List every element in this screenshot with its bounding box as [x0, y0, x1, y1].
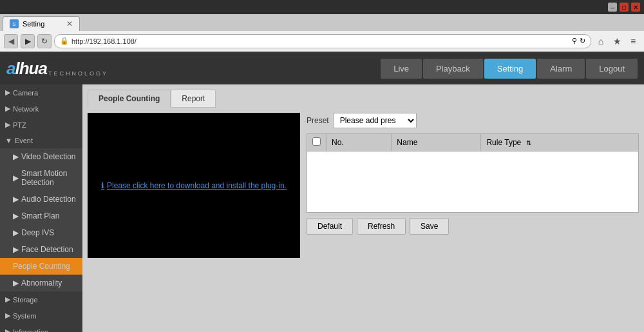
plugin-message-text: Please click here to download and instal… [107, 181, 287, 190]
sidebar: ▶ Camera ▶ Network ▶ PTZ ▼ Event ▶ Video… [0, 84, 82, 332]
sidebar-item-information[interactable]: ▶ Information [0, 324, 82, 332]
sidebar-item-label: People Counting [13, 262, 70, 271]
sidebar-item-video-detection[interactable]: ▶ Video Detection [0, 148, 82, 165]
tab-setting[interactable]: Setting [484, 59, 536, 79]
arrow-icon: ▶ [13, 278, 19, 288]
toolbar-right: ⌂ ★ ≡ [594, 34, 640, 48]
title-bar: – □ ✕ [0, 0, 644, 14]
sidebar-item-label: Smart Plan [21, 211, 59, 220]
sidebar-item-label: Deep IVS [21, 228, 54, 237]
sidebar-item-label: Network [13, 105, 39, 113]
sidebar-item-abnormality[interactable]: ▶ Abnormality [0, 275, 82, 291]
url-security-icon: 🔒 [60, 37, 69, 45]
sidebar-item-label: Event [15, 137, 33, 144]
nav-tabs: Live Playback Setting Alarm Logout [381, 59, 638, 79]
menu-icon[interactable]: ≡ [626, 34, 640, 48]
close-button[interactable]: ✕ [631, 3, 640, 12]
tab-live[interactable]: Live [381, 59, 422, 79]
sidebar-item-ptz[interactable]: ▶ PTZ [0, 117, 82, 133]
table-header-name: Name [392, 134, 481, 151]
logo: alhua TECHNOLOGY [6, 59, 108, 79]
sidebar-item-storage[interactable]: ▶ Storage [0, 291, 82, 308]
sidebar-item-label: Face Detection [21, 245, 73, 254]
sidebar-item-deep-ivs[interactable]: ▶ Deep IVS [0, 224, 82, 241]
preset-label: Preset [307, 116, 329, 125]
table-header-row: No. Name Rule Type ⇅ [307, 134, 639, 151]
default-button[interactable]: Default [307, 218, 353, 235]
rules-table: No. Name Rule Type ⇅ [307, 133, 639, 213]
select-all-checkbox[interactable] [312, 137, 321, 146]
sidebar-item-smart-motion[interactable]: ▶ Smart Motion Detection [0, 165, 82, 191]
arrow-icon: ▼ [5, 137, 12, 144]
address-bar: ◀ ▶ ↻ 🔒 http://192.168.1.108/ ⚲ ↻ ⌂ ★ ≡ [0, 31, 644, 52]
arrow-icon: ▶ [13, 195, 19, 204]
url-box[interactable]: 🔒 http://192.168.1.108/ ⚲ ↻ [54, 34, 591, 48]
arrow-icon: ▶ [5, 104, 10, 113]
action-row: Default Refresh Save [307, 218, 639, 235]
arrow-icon: ▶ [13, 173, 19, 182]
arrow-icon: ▶ [5, 88, 10, 97]
sidebar-item-camera[interactable]: ▶ Camera [0, 84, 82, 101]
preset-row: Preset Please add pres [307, 113, 639, 128]
video-panel: ℹ Please click here to download and inst… [88, 113, 300, 258]
search-icon: ⚲ [572, 37, 577, 45]
content-tabs: People Counting Report [88, 90, 639, 108]
sort-icon[interactable]: ⇅ [526, 139, 531, 146]
arrow-icon: ▶ [5, 311, 10, 320]
sidebar-item-label: Information [13, 328, 48, 333]
arrow-icon: ▶ [13, 228, 19, 237]
logo-brand: lhua [15, 59, 46, 78]
sidebar-item-system[interactable]: ▶ System [0, 308, 82, 324]
tab-favicon: S [10, 19, 19, 28]
tab-report[interactable]: Report [171, 90, 216, 108]
table-empty-row [307, 151, 639, 213]
maximize-button[interactable]: □ [620, 3, 629, 12]
content-body: ℹ Please click here to download and inst… [88, 113, 639, 258]
right-panel: Preset Please add pres No. [307, 113, 639, 258]
home-icon[interactable]: ⌂ [594, 34, 608, 48]
main-layout: ▶ Camera ▶ Network ▶ PTZ ▼ Event ▶ Video… [0, 84, 644, 332]
tab-close-icon[interactable]: ✕ [66, 19, 73, 28]
sidebar-item-label: Audio Detection [21, 195, 76, 204]
tab-label: Setting [23, 20, 44, 28]
plugin-download-link[interactable]: ℹ Please click here to download and inst… [101, 181, 287, 190]
refresh-inline-icon: ↻ [580, 37, 585, 45]
app: alhua TECHNOLOGY Live Playback Setting A… [0, 52, 644, 332]
table-body [307, 151, 639, 213]
sidebar-item-audio-detection[interactable]: ▶ Audio Detection [0, 191, 82, 208]
info-icon: ℹ [101, 181, 104, 190]
arrow-icon: ▶ [13, 245, 19, 254]
sidebar-item-label: System [13, 312, 37, 320]
table-empty-cell [307, 151, 639, 213]
tab-bar: S Setting ✕ [0, 14, 644, 31]
table-header-rule-type: Rule Type ⇅ [481, 134, 639, 151]
preset-select[interactable]: Please add pres [333, 113, 417, 128]
sidebar-item-label: Camera [13, 89, 38, 97]
tab-alarm[interactable]: Alarm [537, 59, 585, 79]
table-header-checkbox [307, 134, 327, 151]
table-header-no: No. [327, 134, 392, 151]
arrow-icon: ▶ [13, 152, 19, 161]
back-button[interactable]: ◀ [4, 34, 18, 48]
refresh-button[interactable]: ↻ [37, 34, 52, 48]
arrow-icon: ▶ [5, 295, 10, 304]
content-area: People Counting Report ℹ Please click he… [82, 84, 644, 332]
minimize-button[interactable]: – [608, 3, 617, 12]
tab-logout[interactable]: Logout [586, 59, 638, 79]
forward-button[interactable]: ▶ [21, 34, 35, 48]
logo-subtitle: TECHNOLOGY [48, 70, 108, 77]
logo-alpha: a [6, 59, 15, 78]
sidebar-item-people-counting[interactable]: People Counting [0, 258, 82, 275]
save-button[interactable]: Save [410, 218, 449, 235]
browser-tab[interactable]: S Setting ✕ [3, 16, 80, 31]
logo-text: alhua [6, 59, 47, 79]
tab-playback[interactable]: Playback [423, 59, 483, 79]
star-icon[interactable]: ★ [610, 34, 624, 48]
sidebar-item-label: Storage [13, 296, 38, 304]
sidebar-item-event[interactable]: ▼ Event [0, 133, 82, 148]
sidebar-item-face-detection[interactable]: ▶ Face Detection [0, 241, 82, 258]
sidebar-item-smart-plan[interactable]: ▶ Smart Plan [0, 208, 82, 224]
tab-people-counting[interactable]: People Counting [88, 90, 171, 108]
sidebar-item-network[interactable]: ▶ Network [0, 101, 82, 117]
refresh-button[interactable]: Refresh [357, 218, 406, 235]
